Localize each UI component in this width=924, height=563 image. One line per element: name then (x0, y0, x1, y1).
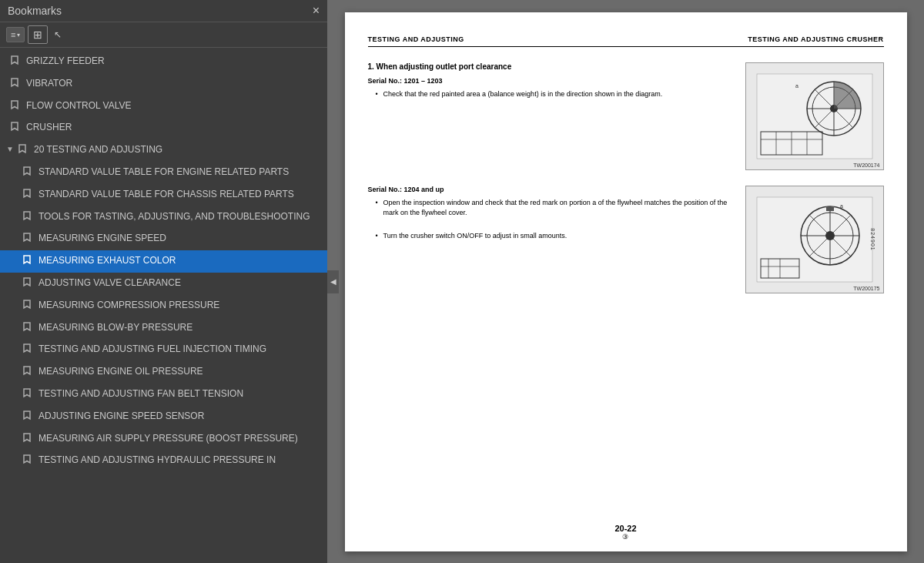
toolbar-row: ≡ ▾ ⊞ ↖ (0, 22, 327, 48)
bookmark-label: 20 TESTING AND ADJUSTING (34, 143, 162, 156)
bullet-list-1: Check that the red painted area a (balan… (368, 89, 730, 100)
bookmark-item-std-chassis[interactable]: STANDARD VALUE TABLE FOR CHASSIS RELATED… (0, 184, 327, 206)
diagram-svg-1: a (749, 66, 880, 166)
bookmark-label: TESTING AND ADJUSTING FAN BELT TENSION (38, 387, 243, 400)
bookmark-icon-fan-belt (23, 388, 34, 402)
bookmark-label: MEASURING ENGINE OIL PRESSURE (38, 365, 203, 378)
bookmark-icon: ⊞ (33, 28, 42, 41)
bookmark-item-blowby[interactable]: MEASURING BLOW-BY PRESSURE (0, 317, 327, 340)
bookmark-item-std-engine[interactable]: STANDARD VALUE TABLE FOR ENGINE RELATED … (0, 162, 327, 184)
bookmark-icon-compression (23, 300, 34, 313)
page-number: 20-22 (614, 524, 636, 533)
bookmark-label: ADJUSTING VALVE CLEARANCE (38, 276, 181, 290)
diagram-svg-2: a (749, 189, 880, 290)
pdf-page: TESTING AND ADJUSTING TESTING AND ADJUST… (345, 12, 907, 551)
bookmark-item-crusher[interactable]: CRUSHER (0, 117, 327, 139)
diagram-1-label: TW200174 (853, 163, 879, 168)
bookmark-label: MEASURING ENGINE SPEED (38, 232, 166, 245)
bookmark-item-flow-control[interactable]: FLOW CONTROL VALVE (0, 96, 327, 118)
bookmark-icon-blowby (23, 322, 34, 336)
bookmark-icon-oil-pressure (23, 366, 34, 380)
bullet-item-3: Turn the crusher switch ON/OFF to adjust… (376, 231, 730, 242)
bookmark-icon-adjusting-valve (23, 277, 34, 291)
bookmark-item-speed-sensor[interactable]: ADJUSTING ENGINE SPEED SENSOR (0, 406, 327, 428)
bookmark-label: STANDARD VALUE TABLE FOR CHASSIS RELATED… (38, 188, 294, 201)
bookmark-icon-measuring-exhaust (23, 255, 34, 269)
bookmark-label: MEASURING COMPRESSION PRESSURE (38, 299, 219, 312)
bookmarks-header: Bookmarks × (0, 0, 327, 22)
bookmark-icon-std-chassis (23, 189, 34, 203)
pdf-viewer: TESTING AND ADJUSTING TESTING AND ADJUST… (327, 0, 924, 563)
bookmark-icon-std-engine (23, 166, 34, 180)
page-header: TESTING AND ADJUSTING TESTING AND ADJUST… (368, 35, 884, 47)
svg-rect-0 (757, 74, 872, 159)
collapse-panel-button[interactable]: ◀ (327, 270, 339, 293)
bookmark-label: TESTING AND ADJUSTING HYDRAULIC PRESSURE… (38, 454, 276, 467)
bookmark-icon-grizzly (11, 55, 22, 69)
bookmark-item-compression[interactable]: MEASURING COMPRESSION PRESSURE (0, 295, 327, 317)
serial-2: Serial No.: 1204 and up (368, 186, 730, 193)
bookmark-icon-vibrator (11, 78, 22, 92)
bookmark-item-air-supply[interactable]: MEASURING AIR SUPPLY PRESSURE (BOOST PRE… (0, 428, 327, 451)
side-label: 824901 (870, 228, 875, 250)
diagram-2-label: TW200175 (853, 286, 879, 291)
view-options-button[interactable]: ≡ ▾ (6, 27, 25, 42)
bookmark-item-measuring-speed[interactable]: MEASURING ENGINE SPEED (0, 228, 327, 250)
serial-1: Serial No.: 1201 – 1203 (368, 77, 730, 85)
bookmark-item-fan-belt[interactable]: TESTING AND ADJUSTING FAN BELT TENSION (0, 384, 327, 406)
bookmark-icon-crusher (11, 122, 22, 136)
svg-text:a: a (795, 83, 798, 89)
section-1: 1. When adjusting outlet port clearance … (368, 62, 884, 170)
bookmark-item-adjusting-valve[interactable]: ADJUSTING VALVE CLEARANCE (0, 273, 327, 295)
serial-1-label: Serial No.: 1201 – 1203 (368, 77, 443, 85)
bookmark-icon-hydraulic (23, 454, 34, 468)
bookmark-item-oil-pressure[interactable]: MEASURING ENGINE OIL PRESSURE (0, 361, 327, 384)
expand-icon: ▼ (6, 144, 17, 155)
bullet-item-1: Check that the red painted area a (balan… (376, 89, 730, 100)
bookmark-item-fuel-injection[interactable]: TESTING AND ADJUSTING FUEL INJECTION TIM… (0, 339, 327, 361)
bookmark-label: MEASURING BLOW-BY PRESSURE (38, 321, 192, 334)
bookmark-item-vibrator[interactable]: VIBRATOR (0, 73, 327, 96)
header-left: TESTING AND ADJUSTING (368, 35, 464, 43)
bookmark-label: FLOW CONTROL VALVE (26, 99, 131, 112)
bookmark-label: STANDARD VALUE TABLE FOR ENGINE RELATED … (38, 166, 289, 179)
bookmark-icon-tools (23, 211, 34, 225)
section-1-title: 1. When adjusting outlet port clearance (368, 62, 730, 71)
bookmark-item-grizzly-feeder[interactable]: GRIZZLY FEEDER (0, 51, 327, 73)
bookmarks-title: Bookmarks (8, 5, 62, 17)
bookmarks-panel: Bookmarks × ≡ ▾ ⊞ ↖ GRIZZLY FEEDER VIBRA… (0, 0, 327, 563)
bookmark-label: GRIZZLY FEEDER (26, 55, 105, 68)
bookmark-label: ADJUSTING ENGINE SPEED SENSOR (38, 410, 204, 423)
bookmark-item-20-testing[interactable]: ▼ 20 TESTING AND ADJUSTING (0, 139, 327, 162)
bookmark-icon-air-supply (23, 433, 34, 447)
page-footer: 20-22 ③ (614, 524, 636, 541)
diagram-2: a TW200175 824901 (745, 186, 884, 293)
bookmark-item-tools[interactable]: TOOLS FOR TASTING, ADJUSTING, AND TROUBL… (0, 206, 327, 229)
dropdown-arrow-icon: ▾ (17, 32, 20, 39)
bookmark-icon-button[interactable]: ⊞ (28, 25, 48, 44)
bookmark-item-hydraulic[interactable]: TESTING AND ADJUSTING HYDRAULIC PRESSURE… (0, 450, 327, 472)
bookmark-label: MEASURING AIR SUPPLY PRESSURE (BOOST PRE… (38, 432, 298, 445)
section-2-text: Serial No.: 1204 and up Open the inspect… (368, 186, 730, 293)
bookmark-label: CRUSHER (26, 121, 72, 134)
bookmark-icon-fuel-injection (23, 343, 34, 357)
serial-2-label: Serial No.: 1204 and up (368, 186, 444, 193)
bookmark-icon-flow (11, 100, 22, 114)
svg-text:a: a (840, 203, 843, 209)
page-circle: ③ (614, 533, 636, 541)
bullet-list-2: Open the inspection window and check tha… (368, 198, 730, 219)
bookmark-icon-testing (18, 144, 29, 158)
bookmark-item-measuring-exhaust[interactable]: MEASURING EXHAUST COLOR (0, 250, 327, 273)
bookmark-label: MEASURING EXHAUST COLOR (38, 254, 176, 267)
header-right: TESTING AND ADJUSTING CRUSHER (748, 35, 883, 43)
close-button[interactable]: × (313, 5, 320, 17)
section-2: Serial No.: 1204 and up Open the inspect… (368, 186, 884, 293)
bookmark-label: TOOLS FOR TASTING, ADJUSTING, AND TROUBL… (38, 210, 310, 223)
diagram-1: a TW200174 (745, 62, 884, 170)
bookmark-label: VIBRATOR (26, 77, 72, 90)
section-1-text: 1. When adjusting outlet port clearance … (368, 62, 730, 170)
svg-rect-14 (757, 197, 872, 282)
bullet-list-3: Turn the crusher switch ON/OFF to adjust… (368, 231, 730, 242)
view-icon: ≡ (11, 30, 15, 39)
cursor-indicator: ↖ (54, 29, 62, 40)
